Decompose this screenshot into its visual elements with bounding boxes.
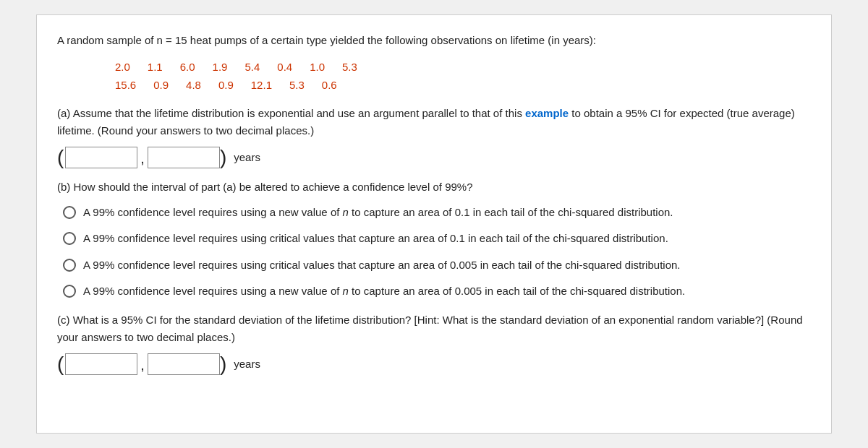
- part-c-question-text: What is a 95% CI for the standard deviat…: [57, 314, 803, 343]
- data-table: 2.0 1.1 6.0 1.9 5.4 0.4 1.0 5.3 15.6 0.9…: [115, 58, 811, 95]
- right-paren-c: ): [220, 354, 226, 374]
- part-b-question-text: How should the interval of part (a) be a…: [74, 181, 473, 193]
- radio-text-3: A 99% confidence level requires using cr…: [83, 257, 681, 274]
- comma-c: ,: [140, 357, 145, 374]
- comma-a: ,: [140, 150, 145, 167]
- part-c-input1[interactable]: [65, 353, 137, 375]
- data-value: 5.3: [289, 76, 305, 95]
- part-a-label: (a) Assume that the lifetime distributio…: [57, 105, 811, 139]
- part-c-input-row: ( , ) years: [57, 353, 811, 375]
- data-row-2: 15.6 0.9 4.8 0.9 12.1 5.3 0.6: [115, 76, 811, 95]
- left-paren-c: (: [57, 354, 64, 374]
- data-value: 12.1: [251, 76, 272, 95]
- radio-text-2: A 99% confidence level requires using cr…: [83, 231, 668, 247]
- part-c-years: years: [234, 358, 260, 370]
- data-value: 2.0: [115, 58, 130, 77]
- data-value: 5.4: [244, 58, 260, 77]
- data-value: 0.9: [218, 76, 234, 95]
- data-value: 1.1: [148, 58, 163, 77]
- part-c-text: (c) What is a 95% CI for the standard de…: [57, 311, 811, 346]
- data-value: 0.4: [277, 58, 292, 77]
- main-container: A random sample of n = 15 heat pumps of …: [36, 14, 832, 434]
- data-value: 0.9: [153, 76, 169, 95]
- radio-option-1[interactable]: A 99% confidence level requires using a …: [63, 204, 811, 221]
- data-value: 4.8: [186, 76, 201, 95]
- part-b-marker: (b): [57, 181, 74, 193]
- part-b-section: (b) How should the interval of part (a) …: [57, 178, 811, 300]
- radio-option-2[interactable]: A 99% confidence level requires using cr…: [63, 231, 811, 247]
- example-link[interactable]: example: [525, 107, 569, 119]
- radio-option-4[interactable]: A 99% confidence level requires using a …: [63, 283, 811, 300]
- data-value: 6.0: [180, 58, 195, 77]
- radio-text-1: A 99% confidence level requires using a …: [83, 204, 673, 221]
- radio-option-3[interactable]: A 99% confidence level requires using cr…: [63, 257, 811, 274]
- data-value: 15.6: [115, 76, 136, 95]
- part-c-input2[interactable]: [148, 353, 220, 375]
- part-a-input2[interactable]: [148, 147, 220, 168]
- radio-circle-4[interactable]: [63, 285, 76, 298]
- part-a-years: years: [234, 151, 260, 163]
- intro-text: A random sample of n = 15 heat pumps of …: [57, 33, 811, 49]
- data-value: 1.9: [213, 58, 228, 77]
- part-c-marker: (c): [57, 314, 73, 326]
- part-a-text1: Assume that the lifetime distribution is…: [73, 107, 522, 119]
- part-a-marker: (a): [57, 107, 73, 119]
- radio-circle-2[interactable]: [63, 232, 76, 245]
- data-value: 0.6: [322, 76, 337, 95]
- data-value: 5.3: [342, 58, 357, 77]
- radio-circle-3[interactable]: [63, 259, 76, 272]
- radio-text-4: A 99% confidence level requires using a …: [83, 283, 685, 300]
- data-row-1: 2.0 1.1 6.0 1.9 5.4 0.4 1.0 5.3: [115, 58, 811, 77]
- radio-circle-1[interactable]: [63, 206, 76, 219]
- part-a-input-row: ( , ) years: [57, 147, 811, 168]
- part-c-section: (c) What is a 95% CI for the standard de…: [57, 311, 811, 375]
- part-b-question: (b) How should the interval of part (a) …: [57, 178, 811, 196]
- left-paren-a: (: [57, 147, 64, 168]
- right-paren-a: ): [220, 147, 226, 168]
- data-value: 1.0: [310, 58, 325, 77]
- part-a-input1[interactable]: [65, 147, 137, 168]
